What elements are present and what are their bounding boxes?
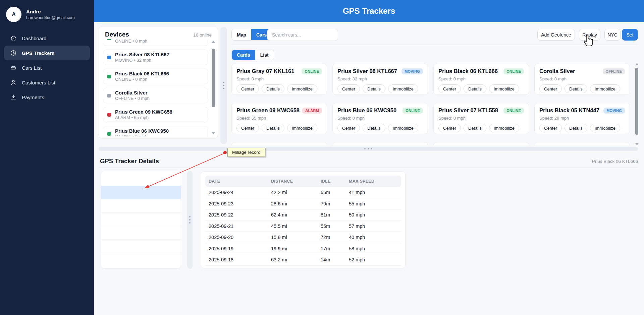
clock-icon	[10, 50, 17, 56]
car-card: Prius Silver 08 KTL667 MOVING Speed: 32 …	[332, 64, 428, 95]
immobilize-button[interactable]: Immobilize	[388, 124, 418, 132]
car-speed: Speed: 0 mph	[539, 76, 625, 81]
devices-scrollbar[interactable]	[212, 41, 215, 134]
details-button[interactable]: Details	[565, 124, 587, 132]
devices-online-count: 10 online	[193, 33, 212, 38]
center-button[interactable]: Center	[236, 124, 259, 132]
status-badge: MOVING	[401, 68, 423, 74]
details-button[interactable]: Details	[464, 84, 486, 93]
center-button[interactable]: Center	[337, 84, 360, 93]
car-name: Prius Green 09 KWC658	[236, 107, 300, 114]
details-menu-item-tracker-report[interactable]	[101, 199, 181, 213]
page-title: GPS Trackers	[343, 6, 395, 16]
details-button[interactable]: Details	[363, 84, 385, 93]
car-speed: Speed: 0 mph	[438, 116, 524, 121]
device-item[interactable]: Prius Black 06 KTL666 ONLINE • 0 mph	[103, 69, 208, 84]
car-name: Prius Silver 08 KTL667	[337, 68, 397, 74]
center-button[interactable]: Center	[539, 84, 562, 93]
status-dot	[107, 113, 111, 117]
scrollbar-thumb[interactable]	[212, 49, 215, 107]
vertical-resizer-handle[interactable]	[187, 171, 193, 269]
details-divider	[99, 168, 638, 168]
immobilize-button[interactable]: Immobilize	[590, 124, 620, 132]
tab-list[interactable]: List	[255, 50, 274, 60]
status-dot	[107, 94, 111, 98]
details-menu-item-tracker-details[interactable]	[101, 173, 181, 186]
device-item[interactable]: Prius Green 09 KWC658 ALARM • 65 mph	[103, 107, 208, 122]
car-card-clipped	[231, 142, 327, 145]
center-button[interactable]: Center	[539, 124, 562, 132]
device-item[interactable]: Corolla Silver OFFLINE • 0 mph	[103, 88, 208, 103]
car-card-clipped	[433, 142, 529, 145]
scroll-up-icon[interactable]	[635, 63, 639, 65]
replay-button[interactable]: Replay	[579, 29, 600, 41]
add-geofence-button[interactable]: Add Geofence	[537, 29, 575, 41]
car-name: Corolla Silver	[539, 68, 575, 74]
center-button[interactable]: Center	[438, 124, 461, 132]
status-badge: ONLINE	[402, 108, 423, 114]
car-card: Corolla Silver OFFLINE Speed: 0 mph Cent…	[534, 64, 630, 95]
mileage-table: DATE DISTANCE IDLE MAX SPEED 2025-09-24 …	[201, 171, 406, 268]
status-badge: ONLINE	[503, 108, 524, 114]
horizontal-resizer-handle[interactable]	[99, 147, 638, 151]
immobilize-button[interactable]: Immobilize	[590, 84, 620, 93]
cards-scrollbar[interactable]	[635, 63, 639, 145]
center-button[interactable]: Center	[236, 84, 259, 93]
device-item-partial[interactable]: ONLINE • 0 mph	[103, 39, 208, 46]
details-menu	[101, 171, 181, 269]
center-button[interactable]: Center	[337, 124, 360, 132]
nyc-button[interactable]: NYC	[604, 29, 621, 41]
car-card-clipped	[332, 142, 428, 145]
download-icon	[10, 94, 17, 101]
map-cars-toggle: Map Cars	[231, 29, 272, 41]
sidebar-item-gps-trackers[interactable]: GPS Trackers	[4, 46, 90, 60]
car-speed: Speed: 0 mph	[337, 116, 423, 121]
car-card: Prius Blue 06 KWC950 ONLINE Speed: 0 mph…	[332, 103, 428, 134]
immobilize-button[interactable]: Immobilize	[287, 84, 317, 93]
sidebar-item-payments[interactable]: Payments	[4, 90, 90, 105]
details-menu-item-geofences[interactable]	[101, 226, 181, 240]
scroll-down-icon[interactable]	[635, 143, 639, 145]
immobilize-button[interactable]: Immobilize	[489, 124, 519, 132]
car-name: Prius Silver 07 KTL558	[438, 107, 498, 114]
car-card: Prius Black 06 KTL666 ONLINE Speed: 0 mp…	[433, 64, 529, 95]
sidebar-item-customers-list[interactable]: Customers List	[4, 75, 90, 90]
details-button[interactable]: Details	[363, 124, 385, 132]
details-menu-item-mileage-record[interactable]	[101, 186, 181, 199]
scroll-down-icon[interactable]	[212, 132, 215, 134]
sidebar-nav: Dashboard GPS Trackers Cars List Custome…	[0, 31, 94, 105]
status-badge: ONLINE	[302, 68, 322, 74]
device-item[interactable]: Prius Blue 06 KWC950 ONLINE • 0 mph	[103, 126, 208, 136]
details-menu-item-history[interactable]	[101, 240, 181, 253]
center-button[interactable]: Center	[438, 84, 461, 93]
immobilize-button[interactable]: Immobilize	[489, 84, 519, 93]
details-button[interactable]: Details	[565, 84, 587, 93]
immobilize-button[interactable]: Immobilize	[287, 124, 317, 132]
details-menu-item-gas-cut[interactable]	[101, 213, 181, 226]
col-idle: IDLE	[317, 179, 345, 184]
tab-map[interactable]: Map	[232, 29, 251, 40]
device-name: Prius Silver 08 KTL667	[115, 52, 169, 57]
device-status: OFFLINE • 0 mph	[115, 96, 150, 101]
sidebar-item-cars-list[interactable]: Cars List	[4, 60, 90, 75]
immobilize-button[interactable]: Immobilize	[388, 84, 418, 93]
search-input[interactable]	[267, 29, 338, 41]
tab-cards[interactable]: Cards	[232, 50, 255, 60]
vertical-resizer-handle[interactable]	[220, 27, 227, 144]
details-button[interactable]: Details	[262, 124, 284, 132]
user-profile[interactable]: A Andre hardwood4us@gmail.com	[0, 0, 94, 29]
device-list: ONLINE • 0 mph Prius Silver 08 KTL667 MO…	[103, 39, 208, 136]
set-button[interactable]: Set	[622, 29, 638, 41]
status-badge: OFFLINE	[603, 68, 625, 74]
car-card: Prius Silver 07 KTL558 ONLINE Speed: 0 m…	[433, 103, 529, 134]
scroll-up-icon[interactable]	[212, 41, 215, 43]
details-button[interactable]: Details	[262, 84, 284, 93]
sidebar-item-dashboard[interactable]: Dashboard	[4, 31, 90, 46]
sidebar-item-label: Cars List	[22, 65, 42, 71]
car-speed: Speed: 32 mph	[337, 76, 423, 81]
scrollbar-thumb[interactable]	[635, 68, 638, 135]
details-button[interactable]: Details	[464, 124, 486, 132]
details-menu-item-fleet-maps[interactable]	[101, 253, 181, 266]
device-item[interactable]: Prius Silver 08 KTL667 MOVING • 32 mph	[103, 50, 208, 65]
car-card: Prius Black 05 KTN447 MOVING Speed: 28 m…	[534, 103, 630, 134]
